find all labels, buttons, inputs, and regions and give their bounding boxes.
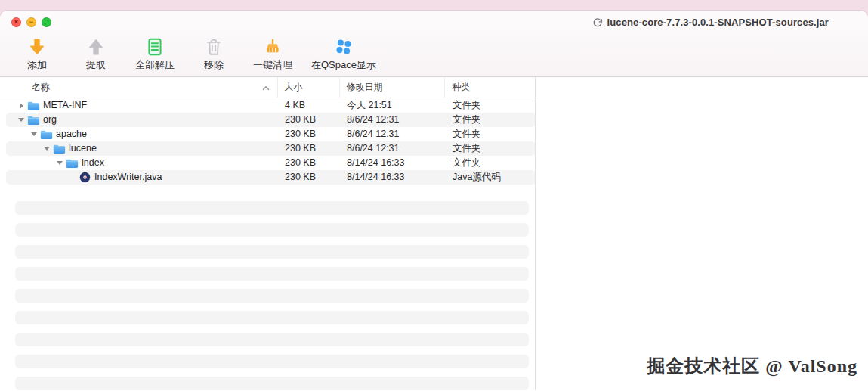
empty-row-stripe xyxy=(15,377,529,390)
extract-button[interactable]: 提取 xyxy=(76,34,116,72)
disclosure-triangle[interactable] xyxy=(17,118,26,122)
cell-kind: 文件夹 xyxy=(446,127,536,141)
toolbar-button-label: 添加 xyxy=(27,58,47,72)
clean-button[interactable]: 一键清理 xyxy=(252,34,293,72)
qspace-flower-icon xyxy=(334,34,354,57)
cell-size: 230 KB xyxy=(278,156,341,170)
file-row[interactable]: apache230 KB8/6/24 12:31文件夹 xyxy=(6,127,536,141)
trash-icon xyxy=(204,34,224,57)
cell-name: IndexWriter.java xyxy=(6,170,278,185)
sort-indicator-icon xyxy=(262,82,270,93)
column-header-date[interactable]: 修改日期 xyxy=(340,77,445,98)
minimize-button[interactable]: − xyxy=(26,17,36,27)
toolbar-button-label: 提取 xyxy=(86,58,106,72)
folder-icon xyxy=(51,144,66,154)
archive-window: ×− lucene-core-7.7.3-0.0.1-SNAPSHOT-sour… xyxy=(0,11,868,391)
empty-stripes xyxy=(15,201,535,390)
folder-icon xyxy=(39,129,54,140)
empty-row-stripe xyxy=(15,333,529,346)
cell-date: 8/6/24 12:31 xyxy=(341,113,446,127)
cell-kind: Java源代码 xyxy=(446,170,536,185)
cell-kind: 文件夹 xyxy=(446,98,536,113)
remove-button[interactable]: 移除 xyxy=(193,34,234,72)
empty-row-stripe xyxy=(15,223,529,237)
file-row[interactable]: index230 KB8/14/24 16:33文件夹 xyxy=(6,156,536,170)
file-row[interactable]: IndexWriter.java230 KB8/14/24 16:33Java源… xyxy=(6,170,536,185)
cell-name: lucene xyxy=(6,141,278,156)
cell-kind: 文件夹 xyxy=(446,156,536,170)
cell-name: index xyxy=(6,156,278,170)
cell-size: 230 KB xyxy=(278,113,341,127)
file-name: lucene xyxy=(69,141,97,156)
file-name: org xyxy=(43,113,57,127)
column-header-label: 种类 xyxy=(452,81,470,94)
file-row[interactable]: org230 KB8/6/24 12:31文件夹 xyxy=(6,113,536,127)
extract-up-arrow-icon xyxy=(86,34,106,57)
window-content: 名称大小修改日期种类 META-INF4 KB今天 21:51文件夹org230… xyxy=(0,77,868,390)
empty-row-stripe xyxy=(15,245,529,259)
extract-all-button[interactable]: 全部解压 xyxy=(134,34,175,72)
cell-date: 8/14/24 16:33 xyxy=(341,170,446,185)
cell-name: org xyxy=(6,113,278,127)
cell-date: 8/14/24 16:33 xyxy=(341,156,446,170)
column-header-label: 修改日期 xyxy=(346,81,382,94)
watermark: 掘金技术社区 @ ValSong xyxy=(647,354,857,378)
preview-pane: 掘金技术社区 @ ValSong xyxy=(536,77,868,390)
empty-row-stripe xyxy=(15,267,529,281)
add-down-arrow-icon xyxy=(27,34,47,57)
cell-size: 230 KB xyxy=(278,127,341,141)
cell-name: apache xyxy=(6,127,278,141)
add-button[interactable]: 添加 xyxy=(17,34,57,72)
file-name: apache xyxy=(56,127,87,141)
title-area: lucene-core-7.7.3-0.0.1-SNAPSHOT-sources… xyxy=(592,17,829,28)
column-header-label: 名称 xyxy=(32,81,50,94)
file-name: index xyxy=(82,156,104,170)
file-rows: META-INF4 KB今天 21:51文件夹org230 KB8/6/24 1… xyxy=(0,98,535,185)
cell-date: 8/6/24 12:31 xyxy=(341,127,446,141)
disclosure-triangle[interactable] xyxy=(29,132,39,136)
show-in-qspace-button[interactable]: 在QSpace显示 xyxy=(311,34,376,72)
java-file-icon xyxy=(77,172,92,183)
cell-date: 8/6/24 12:31 xyxy=(341,141,446,156)
toolbar-button-label: 一键清理 xyxy=(253,58,292,72)
disclosure-triangle[interactable] xyxy=(42,147,51,151)
sync-arrow-icon[interactable] xyxy=(592,17,603,28)
cell-size: 4 KB xyxy=(278,98,341,113)
toolbar-button-label: 移除 xyxy=(204,58,224,72)
toolbar-button-label: 在QSpace显示 xyxy=(311,58,376,72)
desktop-background: ×− lucene-core-7.7.3-0.0.1-SNAPSHOT-sour… xyxy=(0,0,868,391)
traffic-lights: ×− xyxy=(11,17,51,27)
zoom-button[interactable] xyxy=(42,17,51,27)
folder-icon xyxy=(64,158,79,169)
cell-size: 230 KB xyxy=(278,141,341,156)
folder-icon xyxy=(26,101,41,111)
window-title: lucene-core-7.7.3-0.0.1-SNAPSHOT-sources… xyxy=(607,17,829,28)
column-header-name[interactable]: 名称 xyxy=(0,77,278,98)
file-name: META-INF xyxy=(43,98,87,113)
folder-icon xyxy=(26,115,41,126)
close-button[interactable]: × xyxy=(11,17,21,27)
cell-name: META-INF xyxy=(6,98,278,113)
column-header-size[interactable]: 大小 xyxy=(278,77,341,98)
cell-kind: 文件夹 xyxy=(446,141,536,156)
file-name: IndexWriter.java xyxy=(94,170,162,185)
disclosure-triangle[interactable] xyxy=(55,161,64,165)
cell-date: 今天 21:51 xyxy=(341,98,446,113)
file-row[interactable]: lucene230 KB8/6/24 12:31文件夹 xyxy=(6,141,536,156)
column-header-label: 大小 xyxy=(285,81,303,94)
unzip-document-icon xyxy=(145,34,165,57)
file-list-pane: 名称大小修改日期种类 META-INF4 KB今天 21:51文件夹org230… xyxy=(0,77,536,390)
cell-size: 230 KB xyxy=(278,170,341,185)
table-header: 名称大小修改日期种类 xyxy=(0,77,535,98)
empty-row-stripe xyxy=(15,311,529,324)
toolbar: 添加提取全部解压移除一键清理在QSpace显示 xyxy=(17,34,376,72)
toolbar-button-label: 全部解压 xyxy=(135,58,175,72)
column-header-kind[interactable]: 种类 xyxy=(445,77,535,98)
clean-brush-icon xyxy=(263,34,283,57)
empty-row-stripe xyxy=(15,289,529,303)
empty-row-stripe xyxy=(15,355,529,368)
cell-kind: 文件夹 xyxy=(446,113,536,127)
file-row[interactable]: META-INF4 KB今天 21:51文件夹 xyxy=(6,98,536,113)
titlebar: ×− lucene-core-7.7.3-0.0.1-SNAPSHOT-sour… xyxy=(0,11,868,77)
disclosure-triangle[interactable] xyxy=(17,103,26,109)
